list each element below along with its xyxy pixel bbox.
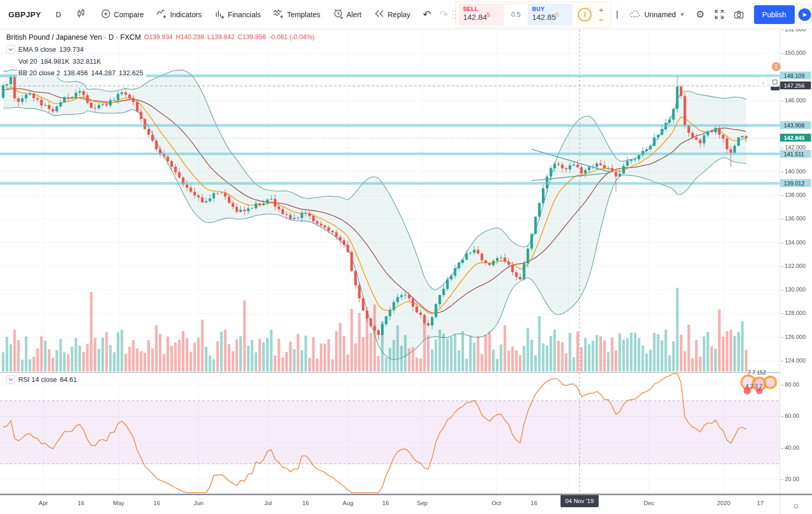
rsi-collapse-button[interactable]	[6, 375, 15, 384]
axis-settings-button[interactable]: ☼	[780, 495, 812, 514]
price-tick: 138.000	[781, 192, 806, 198]
time-tick-mark	[534, 494, 535, 496]
time-tick-mark	[157, 494, 157, 496]
price-tick: 130.000	[781, 286, 806, 293]
compare-icon	[101, 9, 111, 20]
bb-basis-value: 138.456	[63, 69, 88, 77]
symbol-button[interactable]: GBPJPY	[0, 5, 48, 25]
symbol-title: British Pound / Japanese Yen · D · FXCM	[6, 33, 141, 41]
volume-value: 184.981K	[40, 57, 69, 65]
time-tick-mark	[306, 494, 306, 496]
ema-label: EMA 9 close	[18, 45, 56, 53]
chevron-down-icon: ▼	[680, 11, 685, 17]
ohlc-close: C139.856	[238, 33, 266, 41]
time-tick-mark	[496, 494, 497, 496]
minus-icon[interactable]: −	[599, 16, 604, 23]
financials-label: Financials	[228, 10, 261, 19]
undo-button[interactable]: ↶	[419, 5, 435, 25]
price-tick: 128.000	[781, 310, 806, 316]
sticker-text-top: 7 7 152	[748, 369, 781, 376]
alert-label: Alert	[346, 10, 362, 19]
chart-canvas[interactable]	[0, 30, 812, 494]
bb-legend-row[interactable]: BB 20 close 2 138.456 144.287 132.625	[17, 68, 146, 77]
time-axis[interactable]: Apr16May16JunJul16Aug16SepOct16Dec202017…	[0, 494, 812, 514]
volume-legend-row[interactable]: Vol 20 184.981K 332.811K	[17, 57, 105, 66]
ohlc-change: -0.061 (-0.04%)	[269, 33, 315, 41]
rsi-legend-row[interactable]: RSI 14 close 64.61	[5, 375, 80, 384]
qty-stepper[interactable]: + −	[597, 6, 606, 23]
ema-value: 139.734	[59, 45, 84, 53]
snapshot-camera-button[interactable]	[729, 5, 749, 25]
info-icon[interactable]: i	[578, 8, 591, 21]
play-button[interactable]: ▶	[798, 5, 811, 24]
templates-label: Templates	[287, 10, 320, 19]
time-tick-mark	[119, 494, 119, 496]
fullscreen-button[interactable]	[710, 5, 729, 25]
time-tick-mark	[649, 494, 649, 496]
sell-button[interactable]: SELL 142.845	[459, 4, 504, 26]
time-tick-mark	[348, 494, 349, 496]
publish-button[interactable]: Publish	[754, 5, 795, 24]
time-tick-mark	[81, 494, 82, 496]
ema-collapse-button[interactable]	[6, 45, 15, 54]
time-tick-mark	[724, 494, 724, 496]
buy-button[interactable]: BUY 142.850	[528, 4, 573, 26]
rsi-label: RSI 14 close	[18, 376, 57, 383]
volume-ma-value: 332.811K	[73, 57, 101, 65]
volume-label: Vol 20	[18, 57, 37, 65]
chart-style-button[interactable]	[69, 5, 92, 25]
time-tick: Jun	[194, 500, 204, 506]
price-label-crosshair: 147.256	[780, 81, 811, 89]
symbol-legend-row[interactable]: British Pound / Japanese Yen · D · FXCM …	[5, 32, 318, 42]
interval-button[interactable]: D	[50, 5, 67, 25]
time-tick: May	[113, 500, 124, 506]
price-tick: 132.000	[781, 263, 806, 269]
ohlc-open: O139.934	[144, 33, 173, 41]
time-tick: Jul	[264, 500, 272, 506]
rsi-value: 64.61	[60, 376, 77, 383]
time-tick: 16	[382, 500, 389, 506]
order-panel: SELL 142.845 0.5 BUY 142.850 i + −	[455, 2, 611, 28]
sell-label: SELL	[463, 6, 500, 12]
time-tick-mark	[268, 494, 269, 496]
notification-badge[interactable]: 1	[772, 62, 781, 71]
scroll-to-realtime-button[interactable]: ↓	[758, 77, 768, 87]
plus-icon[interactable]: +	[599, 6, 604, 13]
indicators-button[interactable]: Indicators	[150, 5, 208, 25]
time-tick: Aug	[343, 500, 353, 506]
layout-menu[interactable]: Unnamed ▼	[623, 5, 691, 25]
candlestick-icon	[76, 8, 86, 20]
price-label-last: 142.845	[780, 134, 811, 142]
time-tick: 16	[303, 500, 309, 506]
time-tick-mark	[386, 494, 386, 496]
ema-legend-row[interactable]: EMA 9 close 139.734	[5, 44, 87, 54]
rsi-tick: 40.00	[781, 445, 799, 451]
financials-button[interactable]: Financials	[208, 5, 267, 25]
templates-icon	[273, 8, 284, 20]
time-tick: 2020	[717, 500, 730, 506]
redo-button[interactable]: ↷	[435, 5, 452, 25]
replay-button[interactable]: Replay	[368, 5, 417, 25]
alert-button[interactable]: Alert	[327, 5, 368, 25]
compare-label: Compare	[114, 10, 144, 19]
settings-gear-button[interactable]: ⚙	[691, 5, 710, 25]
time-tick: 16	[78, 500, 85, 506]
price-tick: 126.000	[781, 334, 806, 340]
time-tick: 17	[757, 500, 764, 506]
time-tick-mark	[760, 494, 761, 496]
price-tick: 124.000	[781, 357, 806, 364]
ohlc-high: H140.238	[176, 33, 204, 41]
rsi-tick: 60.00	[781, 413, 799, 419]
spread-value: 0.5	[504, 4, 528, 26]
layout-checkbox[interactable]	[617, 10, 618, 19]
compare-button[interactable]: Compare	[95, 5, 150, 25]
price-tick: 134.000	[781, 239, 806, 246]
time-tick: Oct	[492, 500, 501, 506]
price-axis[interactable]: 124.000126.000128.000130.000132.000134.0…	[780, 30, 812, 494]
indicators-icon	[156, 8, 167, 20]
templates-button[interactable]: Templates	[267, 5, 327, 25]
drawing-stickers[interactable]: 7 7 152 4 2 3 2	[738, 369, 781, 404]
buy-label: BUY	[532, 6, 569, 12]
alert-clock-icon	[333, 8, 343, 20]
maximize-pane-button[interactable]	[770, 77, 780, 87]
